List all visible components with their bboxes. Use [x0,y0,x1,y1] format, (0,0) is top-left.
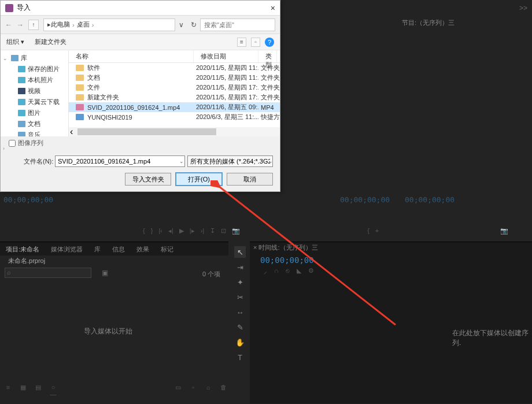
tree-documents[interactable]: 文档 [1,118,68,129]
image-sequence-checkbox[interactable] [9,140,16,147]
tree-saved-pics[interactable]: 保存的图片 [1,64,68,75]
nav-up-button[interactable]: ↑ [28,20,39,30]
col-name[interactable]: 名称 [69,50,194,62]
file-row[interactable]: YUNQISHI20192020/6/3, 星期三 11:...快捷方 [69,112,280,122]
file-rows: 软件2020/11/5, 星期四 11:...文件夹文档2020/11/5, 星… [69,63,280,127]
search-input[interactable] [200,18,275,31]
image-sequence-option: 图像序列 [1,136,280,150]
filter-icon[interactable]: ▣ [102,269,108,277]
play-icon[interactable]: ▶ [179,227,184,235]
program-timecode: 00;00;00;00 [340,195,390,204]
project-search-input[interactable] [5,268,91,278]
step-fwd-icon[interactable]: |▸ [190,227,195,235]
tab-lib[interactable]: 库 [88,242,106,255]
tree-library[interactable]: ⌄库 [1,53,68,64]
refresh-icon-2[interactable]: ↻ [191,21,197,29]
view-mode-icon[interactable]: ≡ [237,38,246,47]
prog-add-marker-icon[interactable]: + [375,227,379,234]
mark-out-icon[interactable]: } [151,227,153,234]
refresh-icon[interactable]: ∨ [179,21,184,29]
nav-back-icon[interactable]: ← [5,21,12,29]
import-folder-button[interactable]: 导入文件夹 [125,173,171,186]
file-row[interactable]: 文档2020/11/5, 星期四 11:...文件夹 [69,73,280,83]
col-date[interactable]: 修改日期 [194,50,258,62]
tab-info[interactable]: 信息 [106,242,131,255]
cancel-button[interactable]: 取消 [227,173,273,186]
icon-view-icon[interactable]: ▦ [19,384,28,398]
snap-icon[interactable]: ⸝ [264,267,267,275]
linked-sel-icon[interactable]: ⎋ [286,267,290,275]
open-button[interactable]: 打开(O) [176,173,222,186]
timeline-timecode[interactable]: 00;00;00;00 [260,255,314,265]
tab-media-browser[interactable]: 媒体浏览器 [45,242,88,255]
nav-fwd-icon: → [17,21,24,29]
file-row[interactable]: 新建文件夹2020/11/5, 星期四 17:...文件夹 [69,92,280,102]
tree-tianyi[interactable]: 天翼云下载 [1,97,68,108]
new-item-icon[interactable]: ▫ [189,384,198,398]
marker-icon[interactable]: ◣ [297,267,301,275]
selection-tool-icon[interactable]: ↖ [234,246,246,258]
track-select-tool-icon[interactable]: ⇥ [234,261,246,273]
filename-input[interactable] [55,155,185,167]
goto-in-icon[interactable]: |‹ [158,227,162,234]
tab-overflow-icon[interactable]: >> [515,4,532,12]
project-empty-hint: 导入媒体以开始 [84,327,132,336]
image-sequence-label: 图像序列 [18,139,43,147]
breadcrumb[interactable]: ▸ 此电脑› 桌面› [43,18,175,31]
freeform-view-icon[interactable]: ▤ [34,384,43,398]
tab-project[interactable]: 项目:未命名 [0,242,45,255]
prog-mark-in-icon[interactable]: { [367,227,370,234]
tab-effects2[interactable]: 效果 [131,242,155,255]
new-folder-button[interactable]: 新建文件夹 [35,38,66,46]
help-icon[interactable]: ? [265,38,274,47]
tree-music[interactable]: 音乐 [1,129,68,136]
slip-tool-icon[interactable]: ↔ [234,306,246,318]
filename-label: 文件名(N): [24,157,53,166]
file-row[interactable]: SVID_20201106_091624_1.mp42020/11/6, 星期五… [69,102,280,112]
dialog-footer: 文件名(N): ⌄ ⌄ 导入文件夹 打开(O) 取消 [1,150,280,191]
file-row[interactable]: 软件2020/11/5, 星期四 11:...文件夹 [69,63,280,73]
project-item-count: 0 个项 [202,270,220,279]
close-icon[interactable]: × [271,3,275,13]
hand-tool-icon[interactable]: ✋ [234,336,246,348]
file-row[interactable]: 文件2020/11/5, 星期四 17:...文件夹 [69,83,280,92]
tab-markers[interactable]: 标记 [155,242,179,255]
preview-icon[interactable]: ▫ [251,38,260,47]
step-back-icon[interactable]: ◂| [168,227,173,235]
premiere-icon [5,4,13,12]
mark-in-icon[interactable]: { [143,227,145,234]
zoom-slider[interactable]: ○— [49,384,58,398]
new-bin-icon[interactable]: ▭ [173,384,183,398]
search-icon: ⌕ [7,269,11,276]
tree-pictures[interactable]: 图片 [1,108,68,118]
tool-palette: ↖ ⇥ ✦ ✂ ↔ ✎ ✋ T [232,246,247,363]
organize-menu[interactable]: 组织 ▾ [6,38,24,46]
magnet-icon[interactable]: ∩ [274,267,279,275]
source-timecode-left: 00;00;00;00 [3,195,53,204]
tree-local-photos[interactable]: 本机照片 [1,75,68,86]
overwrite-icon[interactable]: ⊡ [221,227,226,235]
import-dialog: 导入 × ← → ↑ ▸ 此电脑› 桌面› ∨ ↻ 组织 ▾ 新建文件夹 ≡ ▫… [0,0,280,192]
dialog-path-bar: ← → ↑ ▸ 此电脑› 桌面› ∨ ↻ [1,16,280,34]
project-footer: ≡ ▦ ▤ ○— ▭ ▫ ⌕ 🗑 [3,384,228,398]
project-panel-tabs: 项目:未命名 媒体浏览器 库 信息 效果 标记 [0,242,228,255]
insert-icon[interactable]: ↧ [210,227,215,235]
h-scrollbar[interactable]: ‹ [69,127,280,136]
timeline-tab[interactable]: × 时间线:（无序列）三 [253,243,318,252]
export-frame-icon[interactable]: 📷 [232,227,240,235]
find-icon[interactable]: ⌕ [204,384,213,398]
tree-video[interactable]: 视频 [1,86,68,97]
trash-icon[interactable]: 🗑 [219,384,228,398]
razor-tool-icon[interactable]: ✂ [234,291,246,303]
file-type-filter[interactable] [187,155,273,167]
list-view-icon[interactable]: ≡ [3,384,13,398]
settings-icon[interactable]: ⚙ [308,267,314,275]
goto-out-icon[interactable]: ›| [201,227,205,234]
prog-export-frame-icon[interactable]: 📷 [500,227,508,235]
timeline-panel [250,242,532,403]
ripple-tool-icon[interactable]: ✦ [234,276,246,288]
type-tool-icon[interactable]: T [234,351,246,363]
dialog-toolbar: 组织 ▾ 新建文件夹 ≡ ▫ ? [1,34,280,50]
col-type[interactable]: 类型 [258,50,277,62]
pen-tool-icon[interactable]: ✎ [234,321,246,333]
